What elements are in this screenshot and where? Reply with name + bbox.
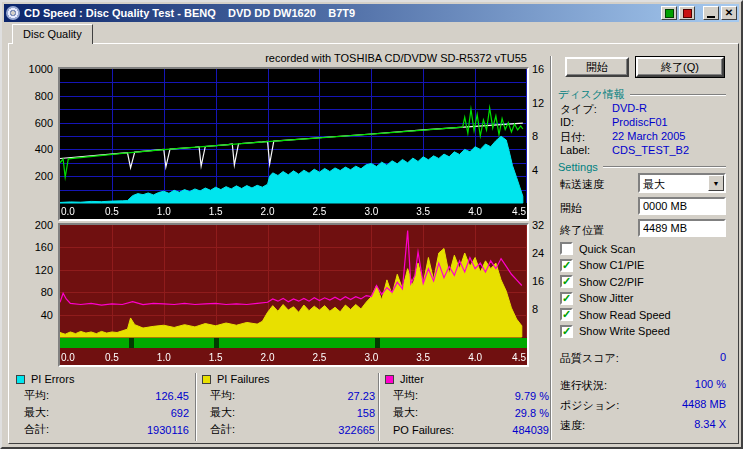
titlebar-red-tool-button[interactable] — [679, 6, 695, 20]
panel-divider — [550, 56, 552, 440]
stat-row: 合計:1930116 — [14, 421, 191, 438]
checkbox-show-write-speed[interactable]: ✓ — [560, 325, 573, 338]
checkbox-row-show-c1-pie[interactable]: ✓Show C1/PIE — [560, 259, 728, 272]
axis-tick-label: 8 — [532, 303, 538, 315]
checkbox-label: Show Write Speed — [579, 325, 670, 337]
stat-label: 平均: — [24, 388, 49, 403]
speed-row: 速度: 8.34 X — [560, 418, 726, 431]
disc-label-row: Label: CDS_TEST_B2 — [560, 144, 726, 157]
axis-tick-label: 12 — [532, 97, 544, 109]
legend-swatch-pi-failures — [202, 375, 211, 384]
stat-value: 27.23 — [347, 390, 375, 402]
checkbox-list: Quick Scan✓Show C1/PIE✓Show C2/PIF✓Show … — [560, 242, 728, 341]
settings-header: Settings — [558, 160, 726, 173]
stat-row: 平均:27.23 — [200, 387, 377, 404]
quality-score-label: 品質スコア: — [560, 351, 619, 366]
stat-row: 最大:692 — [14, 404, 191, 421]
exit-button[interactable]: 終了(Q) — [636, 57, 724, 77]
checkbox-row-show-c2-pif[interactable]: ✓Show C2/PIF — [560, 275, 728, 288]
quality-score-value: 0 — [720, 351, 726, 363]
axis-tick-label: 1000 — [29, 63, 53, 75]
minimize-button[interactable] — [703, 6, 719, 20]
stat-label: 合計: — [210, 422, 235, 437]
axis-tick-label: 400 — [35, 143, 53, 155]
dropdown-button[interactable]: ▼ — [708, 175, 724, 191]
checkbox-show-c2-pif[interactable]: ✓ — [560, 275, 573, 288]
disc-label-value: CDS_TEST_B2 — [612, 144, 689, 156]
start-position-input[interactable] — [638, 197, 726, 215]
disc-date-value: 22 March 2005 — [612, 130, 685, 142]
axis-tick-label: 800 — [35, 90, 53, 102]
axis-tick-label: 32 — [532, 219, 544, 231]
stat-value: 158 — [357, 407, 375, 419]
axis-tick-label: 16 — [532, 275, 544, 287]
bottom-chart-right-axis: 3224168 — [529, 225, 557, 337]
axis-tick-label: 160 — [35, 241, 53, 253]
stats-column-pi-errors: PI Errors平均:126.45最大:692合計:1930116 — [14, 371, 191, 443]
stat-label: 平均: — [393, 388, 418, 403]
legend-label: PI Failures — [217, 373, 270, 385]
tab-disc-quality[interactable]: Disc Quality — [12, 24, 93, 44]
titlebar-green-tool-button[interactable] — [661, 6, 677, 20]
start-button[interactable]: 開始 — [565, 57, 629, 77]
cd-disc-icon — [6, 6, 20, 20]
bottom-chart-left-axis: 2001601208040 — [17, 225, 57, 337]
axis-tick-label: 24 — [532, 247, 544, 259]
disc-type-row: タイプ: DVD-R — [560, 102, 726, 115]
stat-value: 29.8 % — [515, 407, 549, 419]
checkbox-row-quick-scan[interactable]: Quick Scan — [560, 242, 728, 255]
quality-score-row: 品質スコア: 0 — [560, 351, 726, 364]
top-chart-frame — [58, 67, 529, 221]
control-panel: 開始 終了(Q) ディスク情報 タイプ: DVD-R ID: ProdiscF0… — [558, 56, 728, 442]
start-position-label: 開始 — [560, 201, 582, 216]
disc-quality-page: recorded with TOSHIBA CD/DVDW SD-R5372 v… — [8, 43, 739, 444]
stat-row: 平均:9.79 % — [383, 387, 551, 404]
bottom-chart-frame — [58, 223, 529, 367]
checkbox-show-jitter[interactable]: ✓ — [560, 292, 573, 305]
checkbox-row-show-read-speed[interactable]: ✓Show Read Speed — [560, 308, 728, 321]
speed-select[interactable]: 最大 ▼ — [638, 173, 726, 193]
axis-tick-label: 4 — [532, 164, 538, 176]
disc-type-label: タイプ: — [560, 102, 597, 117]
axis-tick-label: 80 — [41, 286, 53, 298]
position-label: ポジション: — [560, 398, 619, 413]
legend-label: Jitter — [400, 373, 424, 385]
checkbox-label: Show Jitter — [579, 292, 633, 304]
checkbox-quick-scan[interactable] — [560, 242, 573, 255]
stat-label: 最大: — [24, 405, 49, 420]
transfer-speed-label: 転送速度 — [560, 177, 604, 192]
position-value: 4488 MB — [682, 398, 726, 410]
checkbox-row-show-write-speed[interactable]: ✓Show Write Speed — [560, 325, 728, 338]
axis-tick-label: 40 — [41, 309, 53, 321]
progress-value: 100 % — [695, 378, 726, 390]
checkbox-show-read-speed[interactable]: ✓ — [560, 308, 573, 321]
axis-tick-label: 200 — [35, 170, 53, 182]
progress-label: 進行状況: — [560, 378, 607, 393]
stat-label: 合計: — [24, 422, 49, 437]
app-window: CD Speed : Disc Quality Test - BENQ DVD … — [0, 0, 743, 449]
settings-header-label: Settings — [558, 161, 603, 173]
checkbox-row-show-jitter[interactable]: ✓Show Jitter — [560, 292, 728, 305]
speed-value: 8.34 X — [694, 418, 726, 430]
close-button[interactable]: ✕ — [721, 6, 737, 20]
stat-row: 合計:322665 — [200, 421, 377, 438]
stat-row: PO Failures:484039 — [383, 421, 551, 438]
end-position-input[interactable] — [638, 219, 726, 237]
stat-row: 最大:29.8 % — [383, 404, 551, 421]
titlebar[interactable]: CD Speed : Disc Quality Test - BENQ DVD … — [4, 4, 739, 22]
disc-info-header-label: ディスク情報 — [558, 87, 630, 102]
green-disc-icon — [665, 9, 674, 18]
disc-date-row: 日付: 22 March 2005 — [560, 130, 726, 143]
top-chart-left-axis: 1000800600400200 — [17, 69, 57, 203]
stats-column-jitter: Jitter平均:9.79 %最大:29.8 %PO Failures:4840… — [383, 371, 551, 443]
checkbox-show-c1-pie[interactable]: ✓ — [560, 259, 573, 272]
pif-jitter-chart — [60, 225, 527, 365]
red-book-icon — [683, 9, 692, 18]
checkbox-label: Show C2/PIF — [579, 276, 644, 288]
stat-value: 322665 — [338, 424, 375, 436]
stat-label: PO Failures: — [393, 424, 454, 436]
speed-select-value: 最大 — [643, 177, 665, 192]
axis-tick-label: 16 — [532, 63, 544, 75]
stat-row: 平均:126.45 — [14, 387, 191, 404]
recorded-with-note: recorded with TOSHIBA CD/DVDW SD-R5372 v… — [159, 52, 527, 64]
